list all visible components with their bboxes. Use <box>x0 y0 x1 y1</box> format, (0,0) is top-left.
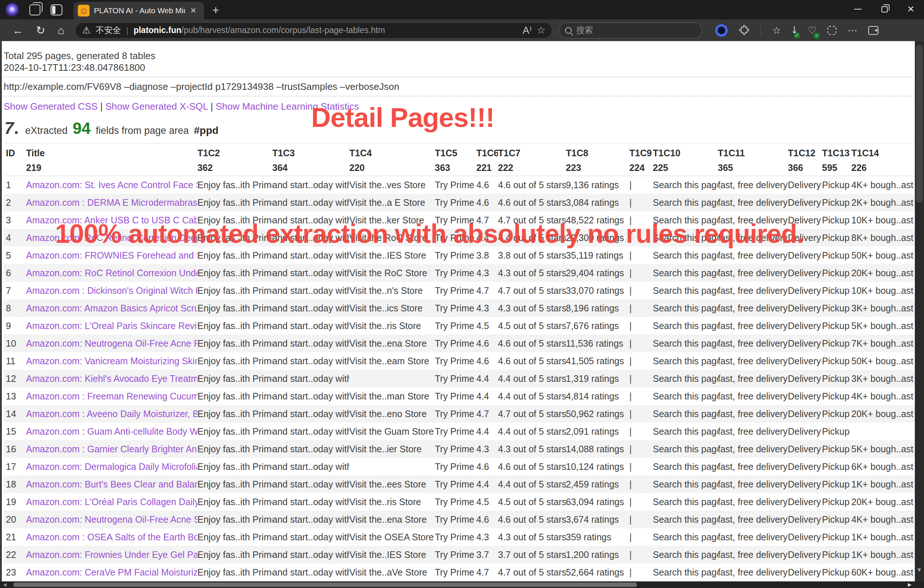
cell-t1c5-try-prime: Try Prime <box>435 285 476 296</box>
cell-t1c10-search: Search this page <box>653 285 718 296</box>
cell-t1c11-delivery-info: fast, free delivery <box>718 514 788 525</box>
product-title-link[interactable]: Amazon.com : Guam Anti-cellulite Body Wr… <box>26 426 197 436</box>
horizontal-scrollbar[interactable]: ◀ ▶ <box>0 581 924 588</box>
more-options-icon[interactable]: ⋯ <box>847 25 857 36</box>
product-title-link[interactable]: Amazon.com: Dermalogica Daily Microfolia… <box>26 461 197 472</box>
tab-title: PLATON AI - Auto Web Mining - e <box>94 6 185 15</box>
refresh-icon[interactable]: ↻ <box>36 24 45 37</box>
back-icon[interactable]: ← <box>13 24 23 37</box>
cell-t1c2: Enjoy fas..ith Prime <box>197 198 272 208</box>
cell-t1c2: Enjoy fas..ith Prime <box>197 444 272 455</box>
vertical-scrollbar-thumb[interactable] <box>916 45 923 203</box>
cell-t1c9-pipe: | <box>629 303 653 314</box>
extensions-puzzle-icon[interactable] <box>739 25 750 36</box>
tab-actions-icon[interactable] <box>30 4 40 15</box>
cell-t1c7-stars: 4.4 out of 5 stars <box>498 479 566 490</box>
product-title-link[interactable]: Amazon.com: Burt's Bees Clear and Balanc… <box>26 479 197 489</box>
cell-t1c2: Enjoy fas..ith Prime <box>197 514 272 525</box>
cell-t1c14-bought: 2K+ bough..ast m <box>851 198 915 208</box>
cell-t1c2: Enjoy fas..ith Prime <box>197 321 272 331</box>
scroll-left-arrow-icon[interactable]: ◀ <box>3 582 7 587</box>
cell-t1c8-ratings-count: 7,676 ratings <box>566 321 629 331</box>
cell-t1c10-search: Search this page <box>653 391 718 402</box>
product-title-link[interactable]: Amazon.com: Neutrogena Oil-Free Acne Fac… <box>26 338 197 349</box>
sidebar-toggle-icon[interactable] <box>868 26 878 35</box>
cell-t1c9-pipe: | <box>629 356 653 366</box>
table-row: 15 Amazon.com : Guam Anti-cellulite Body… <box>4 423 915 440</box>
window-controls: ✕ <box>845 0 924 18</box>
split-screen-icon[interactable] <box>51 4 63 15</box>
cell-t1c3: and start..oday with <box>272 444 349 455</box>
product-title-link[interactable]: Amazon.com: FROWNIES Forehead and Betw..… <box>26 250 197 260</box>
cell-t1c5-try-prime: Try Prime <box>435 374 476 384</box>
cell-t1c13-pickup: Pickup <box>822 374 851 384</box>
product-title-link[interactable]: Amazon.com: L'Oreal Paris Skincare Revit… <box>26 321 197 331</box>
cell-t1c7-stars: 4.7 out of 5 stars <box>498 567 566 578</box>
cell-t1c9-pipe: | <box>629 497 653 507</box>
scroll-right-arrow-icon[interactable]: ▶ <box>908 582 911 587</box>
product-title-link[interactable]: Amazon.com : OSEA Salts of the Earth Bod… <box>26 532 197 542</box>
close-button[interactable]: ✕ <box>898 0 924 18</box>
cell-t1c13-pickup: Pickup <box>822 198 851 208</box>
cell-t1c4-store: Visit the..n's Store <box>349 285 435 296</box>
cell-t1c3: and start..oday with <box>272 550 349 560</box>
section-index: 7. <box>4 118 20 138</box>
cell-t1c5-try-prime: Try Prime <box>435 180 476 190</box>
cell-t1c11-delivery-info: fast, free delivery <box>718 461 788 472</box>
product-title-link[interactable]: Amazon.com: Kiehl's Avocado Eye Treatmen… <box>26 374 197 384</box>
favorites-icon[interactable]: ☆ <box>772 25 781 36</box>
product-title-link[interactable]: Amazon.com : Aveeno Daily Moisturizer, B… <box>26 408 197 419</box>
scroll-down-arrow-icon[interactable]: ▼ <box>916 567 922 573</box>
new-tab-button[interactable]: + <box>212 3 219 17</box>
favorite-star-icon[interactable]: ☆ <box>537 25 545 36</box>
cell-t1c2: Enjoy fas..ith Prime <box>197 338 272 349</box>
cell-t1c9-pipe: | <box>629 374 653 384</box>
cell-t1c2: Enjoy fas..ith Prime <box>197 303 272 314</box>
browser-tab[interactable]: ☺ PLATON AI - Auto Web Mining - e ✕ <box>73 2 204 20</box>
cell-t1c7-stars: 4.7 out of 5 stars <box>498 408 566 419</box>
product-title-link[interactable]: Amazon.com: L'Oréal Paris Collagen Daily… <box>26 497 197 507</box>
cell-t1c10-search: Search this page <box>653 514 718 525</box>
product-title-link[interactable]: Amazon.com: Vanicream Moisturizing Skin … <box>26 356 197 366</box>
header-title: Title <box>26 148 197 158</box>
home-icon[interactable]: ⌂ <box>58 24 64 37</box>
product-title-link[interactable]: Amazon.com: RoC Retinol Correxion Under … <box>26 268 197 278</box>
downloads-icon[interactable]: ⭣ <box>792 25 797 36</box>
web-capture-icon[interactable] <box>827 26 836 35</box>
show-generated-css-link[interactable]: Show Generated CSS <box>4 101 97 112</box>
address-bar[interactable]: ⚠ 不安全 | platonic.fun/pub/harvest/amazon.… <box>75 22 552 38</box>
table-row: 11 Amazon.com: Vanicream Moisturizing Sk… <box>4 352 915 370</box>
search-box[interactable]: 搜索 <box>559 22 702 38</box>
product-title-link[interactable]: Amazon.com : Garnier Clearly Brighter An… <box>26 444 197 454</box>
read-aloud-icon[interactable]: A⁾ <box>523 25 532 36</box>
show-generated-xsql-link[interactable]: Show Generated X-SQL <box>105 101 208 112</box>
copilot-icon[interactable] <box>715 24 728 37</box>
cell-id: 18 <box>6 479 26 490</box>
browser-essentials-icon[interactable]: ♡ <box>808 25 817 36</box>
minimize-button[interactable] <box>845 0 871 18</box>
cell-t1c14-bought: 8K+ bough..ast m <box>851 232 915 243</box>
product-title-link[interactable]: Amazon.com: St. Ives Acne Control Face S… <box>26 180 197 190</box>
search-placeholder: 搜索 <box>576 25 593 36</box>
cell-t1c3: and start..oday with <box>272 514 349 525</box>
cell-id: 9 <box>6 321 26 331</box>
cell-t1c14-bought: 50K+ boug..ast m <box>851 356 915 366</box>
security-warning-icon[interactable]: ⚠ <box>82 25 90 36</box>
cell-t1c10-search: Search this page <box>653 408 718 419</box>
product-title-link[interactable]: Amazon.com : Dickinson's Original Witch … <box>26 285 197 296</box>
product-title-link[interactable]: Amazon.com: CeraVe PM Facial Moisturizin… <box>26 567 197 577</box>
cell-t1c4-store: Visit the RoC Store <box>349 268 435 278</box>
vertical-scrollbar[interactable]: ▼ <box>915 41 924 581</box>
tab-close-icon[interactable]: ✕ <box>190 6 197 15</box>
product-title-link[interactable]: Amazon.com : DERMA E Microdermabrasion .… <box>26 198 197 208</box>
cell-t1c5-try-prime: Try Prime <box>435 567 476 578</box>
product-title-link[interactable]: Amazon.com: Frownies Under Eye Gel Patch… <box>26 550 197 560</box>
product-title-link[interactable]: Amazon.com: Neutrogena Oil-Free Acne Str… <box>26 514 197 525</box>
horizontal-scrollbar-thumb[interactable] <box>13 583 637 587</box>
product-title-link[interactable]: Amazon.com: Amazon Basics Apricot Scrub … <box>26 303 197 313</box>
cell-t1c2: Enjoy fas..ith Prime <box>197 408 272 419</box>
product-title-link[interactable]: Amazon.com : Freeman Renewing Cucumbe... <box>26 391 197 401</box>
cell-t1c3: and start..oday with <box>272 303 349 314</box>
profile-avatar[interactable] <box>5 3 19 17</box>
restore-button[interactable] <box>871 0 898 18</box>
